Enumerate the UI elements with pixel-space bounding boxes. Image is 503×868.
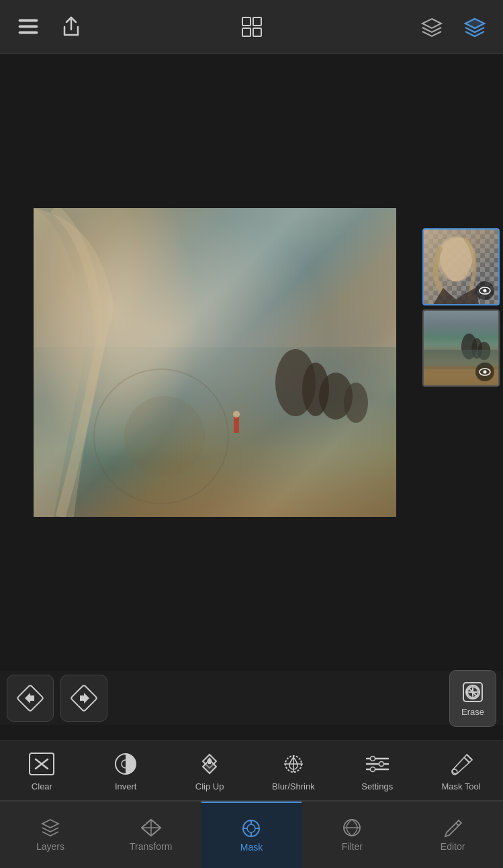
layer-2-visibility[interactable] <box>475 363 494 381</box>
mask-tool-label: Mask Tool <box>441 781 480 791</box>
svg-rect-3 <box>242 17 250 26</box>
top-toolbar <box>0 0 503 54</box>
blur-shrink-label: Blur/Shrink <box>272 781 315 791</box>
nav-editor-label: Editor <box>441 841 465 852</box>
nav-layers[interactable]: Layers <box>0 802 101 868</box>
bottom-nav: Layers Transform Mask F <box>0 801 503 868</box>
nav-editor[interactable]: Editor <box>402 802 503 868</box>
blur-shrink-tool[interactable]: Blur/Shrink <box>263 751 324 791</box>
tool-row: Erase <box>0 671 503 725</box>
svg-point-10 <box>344 383 368 423</box>
clip-up-label: Clip Up <box>195 781 224 791</box>
svg-rect-11 <box>234 416 239 433</box>
share-icon[interactable] <box>56 12 86 42</box>
clear-label: Clear <box>32 781 52 791</box>
invert-tool[interactable]: Invert <box>95 751 156 791</box>
clear-tool[interactable]: Clear <box>11 751 72 791</box>
layer-1-visibility[interactable] <box>475 281 494 300</box>
layer-panel <box>422 228 500 387</box>
svg-point-49 <box>247 824 255 832</box>
svg-marker-28 <box>80 693 89 704</box>
nav-layers-label: Layers <box>36 841 64 852</box>
layers-stack-icon[interactable] <box>417 12 447 42</box>
nav-transform-label: Transform <box>130 841 172 852</box>
svg-point-45 <box>379 761 383 766</box>
main-canvas[interactable] <box>34 208 396 517</box>
settings-label: Settings <box>361 781 393 791</box>
svg-rect-1 <box>19 26 38 28</box>
nav-filter[interactable]: Filter <box>302 802 402 868</box>
svg-rect-6 <box>253 28 261 36</box>
erase-button[interactable]: Erase <box>449 670 496 727</box>
settings-tool[interactable]: Settings <box>347 751 408 791</box>
nav-filter-label: Filter <box>342 841 363 852</box>
paint-forward-button[interactable] <box>60 675 107 722</box>
svg-marker-26 <box>25 693 34 704</box>
svg-point-46 <box>370 767 375 771</box>
svg-rect-4 <box>253 17 261 26</box>
svg-point-44 <box>370 756 375 761</box>
layers-active-icon[interactable] <box>460 12 490 42</box>
list-icon[interactable] <box>13 12 43 42</box>
svg-point-24 <box>484 371 487 374</box>
layer-thumb-1[interactable] <box>422 228 500 305</box>
nav-mask[interactable]: Mask <box>201 802 302 868</box>
layer-thumb-2[interactable] <box>422 309 500 387</box>
mask-tool-item[interactable]: Mask Tool <box>431 751 492 791</box>
svg-rect-5 <box>242 28 250 36</box>
invert-label: Invert <box>115 781 137 791</box>
svg-rect-0 <box>19 19 38 21</box>
clip-up-tool[interactable]: Clip Up <box>179 751 240 791</box>
grid-icon[interactable] <box>237 12 267 42</box>
canvas-area <box>0 54 503 658</box>
erase-label: Erase <box>461 707 484 717</box>
paint-back-button[interactable] <box>7 675 54 722</box>
mask-toolbar: Clear Invert Clip Up Blur/Shri <box>0 740 503 801</box>
nav-mask-label: Mask <box>240 842 263 853</box>
svg-point-14 <box>124 396 205 477</box>
nav-transform[interactable]: Transform <box>101 802 201 868</box>
svg-point-17 <box>484 289 487 293</box>
svg-rect-2 <box>19 32 38 34</box>
svg-point-12 <box>233 411 240 418</box>
